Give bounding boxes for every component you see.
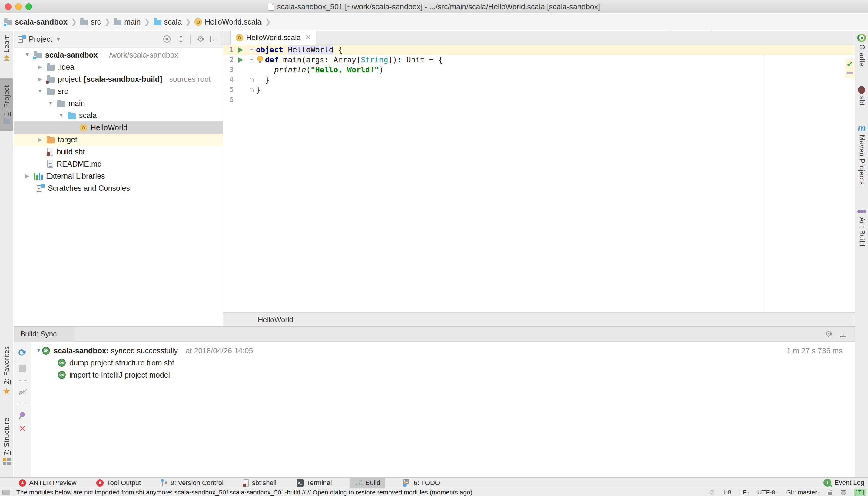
event-log-button[interactable]: 1 Event Log	[823, 477, 864, 488]
breadcrumb-src[interactable]: src	[80, 18, 101, 26]
pin-icon[interactable]	[19, 411, 26, 418]
tree-row-scratches[interactable]: Scratches and Consoles	[14, 182, 222, 194]
chevron-expanded-icon[interactable]: ▼	[35, 347, 42, 354]
antlr-icon: A	[96, 479, 104, 486]
locate-file-icon[interactable]	[163, 35, 171, 43]
build-row-import[interactable]: OK import to IntelliJ project model	[32, 369, 855, 381]
stop-icon[interactable]	[19, 365, 26, 372]
sources-folder-icon	[68, 113, 76, 119]
breadcrumb-main[interactable]: main	[113, 18, 141, 26]
breadcrumb-project[interactable]: scala-sandbox	[4, 18, 67, 26]
toolbar-button-build[interactable]: ↓ 0110 Build	[350, 478, 385, 489]
chevron-expanded-icon[interactable]: ▼	[24, 52, 31, 58]
fold-collapse-icon[interactable]: −	[250, 48, 254, 52]
tree-row-project-root[interactable]: ▼ scala-sandbox ~/work/scala-sandbox	[14, 49, 222, 61]
code-line-1[interactable]: 1 − object HelloWorld {	[223, 45, 855, 55]
caret-position[interactable]: 1:8	[722, 489, 731, 496]
chevron-expanded-icon[interactable]: ▼	[58, 112, 64, 119]
learn-badge-icon	[4, 55, 10, 61]
toolbar-button-antlr-preview[interactable]: A ANTLR Preview	[16, 478, 79, 489]
folder-icon	[80, 20, 88, 26]
stripe-button-ant[interactable]: Ant Build	[855, 208, 868, 247]
usage-stripe-mark[interactable]	[847, 72, 853, 74]
collapse-all-icon[interactable]	[176, 35, 184, 43]
t-indicator[interactable]: [T]	[854, 489, 866, 496]
code-line-4[interactable]: 4 }	[223, 75, 855, 85]
inspections-ok-icon[interactable]: ✔	[847, 60, 853, 69]
stripe-button-learn[interactable]: Learn	[0, 34, 13, 61]
status-message[interactable]: The modules below are not imported from …	[16, 489, 472, 496]
stripe-button-structure[interactable]: 7: Structure	[0, 418, 13, 465]
chevron-collapsed-icon[interactable]: ▶	[24, 173, 31, 179]
tree-row-readme[interactable]: README.md	[14, 158, 222, 170]
unlocked-icon[interactable]	[828, 490, 833, 495]
tree-row-helloworld[interactable]: HelloWorld	[14, 121, 222, 134]
hide-panel-icon[interactable]: ←	[210, 36, 218, 42]
run-gutter-icon[interactable]	[238, 47, 243, 53]
stripe-button-gradle[interactable]: Gradle	[855, 34, 868, 66]
tree-row-idea[interactable]: ▶ .idea	[14, 61, 222, 73]
editor-tab-helloworld[interactable]: HelloWorld.scala ✕	[231, 31, 316, 45]
editor-breadcrumbs[interactable]: HelloWorld	[223, 312, 855, 326]
tree-row-build-sbt[interactable]: build.sbt	[14, 146, 222, 158]
chevron-collapsed-icon[interactable]: ▶	[37, 137, 43, 143]
chevron-right-icon: ❯	[70, 18, 78, 26]
tree-row-project-build[interactable]: ▶ project [scala-sandbox-build] sources …	[14, 73, 222, 85]
toolbar-separator	[190, 34, 191, 44]
code-editor[interactable]: 1 − object HelloWorld { 2 − def main(arg…	[223, 45, 855, 312]
close-panel-icon[interactable]: ✕	[19, 425, 26, 433]
inspection-profile-icon[interactable]	[841, 490, 846, 495]
sbt-folder-icon	[47, 77, 55, 83]
encoding-selector[interactable]: UTF-8↕	[757, 489, 778, 496]
breadcrumb-file[interactable]: HelloWorld.scala	[195, 18, 261, 26]
stripe-button-sbt[interactable]: sbt	[855, 86, 868, 106]
tree-row-external-libraries[interactable]: ▶ External Libraries	[14, 170, 222, 182]
project-tree: ▼ scala-sandbox ~/work/scala-sandbox ▶ .…	[14, 48, 222, 194]
code-line-6[interactable]: 6	[223, 95, 855, 105]
tree-row-scala[interactable]: ▼ scala	[14, 109, 222, 121]
toolbar-button-version-control[interactable]: 9: Version Control	[158, 478, 226, 489]
filter-text-icon[interactable]: ab	[19, 389, 26, 396]
event-log-balloon-icon: 1	[823, 479, 831, 486]
tree-row-target[interactable]: ▶ target	[14, 134, 222, 146]
chevron-collapsed-icon[interactable]: ▶	[37, 76, 43, 82]
project-panel-header: Project ▼ ⚙▾ ←	[14, 31, 222, 48]
build-row-root[interactable]: ▼ OK scala-sandbox: synced successfully …	[32, 345, 855, 357]
run-gutter-icon[interactable]	[238, 57, 243, 63]
error-stripe[interactable]: ✔	[845, 59, 855, 312]
left-tool-stripe: Learn 1: Project 2: Favorites ★ 7: Struc…	[0, 31, 13, 477]
fold-end-icon[interactable]	[250, 88, 254, 92]
line-separator-selector[interactable]: LF↕	[739, 489, 749, 496]
intention-bulb-icon[interactable]	[257, 56, 263, 61]
ide-window: scala-sandbox_501 [~/work/scala-sandbox]…	[0, 0, 868, 496]
toolbar-button-tool-output[interactable]: A Tool Output	[94, 478, 143, 489]
breadcrumb-scala[interactable]: scala	[154, 18, 182, 26]
chevron-collapsed-icon[interactable]: ▶	[37, 64, 43, 70]
code-line-2[interactable]: 2 − def main(args: Array[String]): Unit …	[223, 55, 855, 65]
fold-end-icon[interactable]	[250, 78, 254, 82]
tree-row-src[interactable]: ▼ src	[14, 85, 222, 97]
tool-window-toggle-icon[interactable]	[2, 490, 10, 495]
stripe-button-project[interactable]: 1: Project	[0, 78, 13, 130]
toolbar-button-sbt-shell[interactable]: sbt shell	[241, 478, 279, 489]
code-line-5[interactable]: 5 }	[223, 85, 855, 95]
project-panel-title: Project	[29, 35, 52, 44]
refresh-sync-icon[interactable]: ⟳	[18, 348, 27, 357]
git-branch-selector[interactable]: Git: master↕	[786, 489, 820, 496]
fold-collapse-icon[interactable]: −	[250, 58, 254, 62]
toolbar-button-todo[interactable]: 6: TODO	[400, 478, 443, 489]
stripe-button-favorites[interactable]: 2: Favorites ★	[0, 346, 13, 396]
tree-row-main[interactable]: ▼ main	[14, 97, 222, 109]
stripe-button-maven[interactable]: m Maven Projects	[855, 124, 868, 185]
build-sync-tab[interactable]: Build: Sync	[14, 327, 75, 342]
toolbar-button-terminal[interactable]: >_ Terminal	[294, 478, 335, 489]
chevron-down-icon[interactable]: ▼	[56, 36, 61, 43]
hide-panel-icon[interactable]: ↓	[840, 331, 846, 337]
settings-gear-icon[interactable]: ⚙▾	[197, 35, 204, 43]
code-line-3[interactable]: 3 println("Hello, World!")	[223, 65, 855, 75]
settings-gear-icon[interactable]: ⚙▾	[825, 330, 832, 338]
close-tab-icon[interactable]: ✕	[306, 34, 311, 42]
chevron-expanded-icon[interactable]: ▼	[37, 88, 43, 94]
build-row-dump[interactable]: OK dump project structure from sbt	[32, 357, 855, 369]
chevron-expanded-icon[interactable]: ▼	[47, 100, 54, 106]
